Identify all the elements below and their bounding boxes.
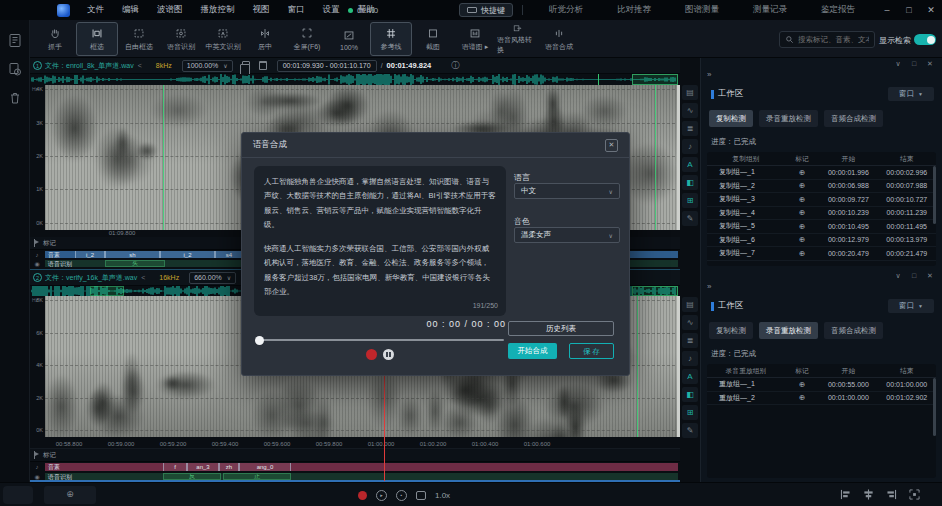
phoneme-segment[interactable]: s4 [215,251,243,258]
folder-icon[interactable] [259,61,267,70]
tts-text-area[interactable]: 人工智能独角兽企业快商通，掌握自然语言处理、知识图谱、语音与声纹、大数据等技术的… [254,166,506,316]
annotate-icon[interactable]: ✎ [682,211,698,226]
tool-cn-en-recognize[interactable]: 中英文识别 [202,22,244,56]
shortcut-key-button[interactable]: 快捷键 [459,3,513,17]
word-segment[interactable]: 反 [163,473,221,480]
menubar-item[interactable]: 编辑 [113,4,148,16]
panel-tab[interactable]: 复制检测 [709,110,753,127]
zoom-select[interactable]: 1000.00%∨ [182,60,233,72]
info-icon[interactable]: ⓘ [451,60,459,71]
mark-icon[interactable]: ⊕ [785,181,819,190]
spectrum-view-icon[interactable]: ▤ [682,85,698,100]
table-scrollbar[interactable] [933,378,936,436]
table-scrollbar[interactable] [933,166,936,224]
phoneme-segment[interactable]: f [163,463,187,471]
collapse-caret[interactable]: < [141,274,145,281]
voice-select[interactable]: 温柔女声∨ [514,227,620,243]
table-row[interactable]: 复制组—_2⊕00:00:06.98800:00:07.988 [707,180,936,194]
annotate-icon[interactable]: ✎ [682,423,698,438]
menubar-item[interactable]: 波谱图 [148,4,192,16]
tool-zoom-100[interactable]: 100% [328,22,370,56]
stop-button[interactable]: ▪ [396,490,407,501]
menubar-item[interactable]: 窗口 [279,4,314,16]
waveform-view-icon[interactable]: ∿ [682,103,698,118]
phoneme-view-icon[interactable]: ♪ [682,351,698,366]
phoneme-segment[interactable]: zh [219,463,239,471]
waveform-view-icon[interactable]: ∿ [682,315,698,330]
phoneme-lane[interactable]: ♪ 音素fan_3zhang_0 [30,462,680,472]
mark-icon[interactable]: ⊕ [785,222,819,231]
split-view-icon[interactable]: ◧ [682,387,698,402]
grid-view-icon[interactable]: ⊞ [682,405,698,420]
menubar-item[interactable]: 设置 [314,4,349,16]
start-synthesis-button[interactable]: 开始合成 [508,343,557,359]
table-row[interactable]: 复制组—_5⊕00:00:10.49500:00:11.495 [707,220,936,234]
waveform-selection[interactable] [632,74,678,85]
panel-tab[interactable]: 录音重放检测 [759,110,818,127]
panel-collapse-icon[interactable]: » [707,282,711,291]
align-center-icon[interactable] [863,489,874,500]
table-row[interactable]: 重放组—_1⊕00:00:55.00000:01:00.000 [707,378,936,392]
waveform-selection[interactable] [90,286,124,296]
collapse-caret[interactable]: < [138,62,142,69]
panel-minimize-icon[interactable]: ∨ [890,270,906,282]
phoneme-segment[interactable]: sh [105,251,160,258]
spectrum-view-icon[interactable]: ▤ [682,297,698,312]
window-dropdown-button[interactable]: 窗口▼ [888,299,934,313]
phoneme-segment[interactable]: ang_0 [239,463,291,471]
analysis-menu-item[interactable]: 测量记录 [736,4,804,16]
list-view-icon[interactable]: ≣ [682,121,698,136]
mark-icon[interactable]: ⊕ [785,249,819,258]
record-button[interactable] [358,491,367,500]
loop-button[interactable] [416,491,426,500]
table-row[interactable]: 复制组—_6⊕00:00:12.97900:00:13.979 [707,234,936,248]
align-right-icon[interactable] [886,489,897,500]
close-button[interactable]: ✕ [920,0,942,20]
split-view-icon[interactable]: ◧ [682,175,698,190]
record-dot-icon[interactable] [366,349,377,360]
tool-hand[interactable]: 抓手 [34,22,76,56]
analysis-menu-item[interactable]: 比对推荐 [600,4,668,16]
panel-maximize-icon[interactable]: □ [906,58,922,70]
align-left-icon[interactable] [840,489,851,500]
panel-tab[interactable]: 音频合成检测 [824,322,883,339]
panel-maximize-icon[interactable]: □ [906,270,922,282]
document-report-icon[interactable] [7,32,23,48]
app-logo-icon[interactable] [57,4,70,17]
table-row[interactable]: 复制组—_7⊕00:00:20.47900:00:21.479 [707,247,936,261]
tool-speech-recognize[interactable]: 语音识别 [160,22,202,56]
mark-icon[interactable]: ⊕ [785,235,819,244]
table-row[interactable]: 复制组—_1⊕00:00:01.99600:00:02.996 [707,166,936,180]
menubar-item[interactable]: 播放控制 [192,4,244,16]
panel-collapse-icon[interactable]: » [707,70,711,79]
mark-icon[interactable]: ⊕ [785,195,819,204]
word-segment[interactable]: 买 [105,260,165,267]
pause-button[interactable] [383,349,394,360]
fit-selection-icon[interactable] [909,489,920,500]
file-history-icon[interactable] [7,61,23,77]
panel-tab[interactable]: 音频合成检测 [824,110,883,127]
waveform-selection[interactable] [632,286,678,296]
table-row[interactable]: 复制组—_3⊕00:00:09.72700:00:10.727 [707,193,936,207]
analysis-menu-item[interactable]: 听觉分析 [532,4,600,16]
dialog-close-button[interactable]: ✕ [605,139,618,152]
trash-icon[interactable] [7,90,23,106]
analysis-menu-item[interactable]: 图谱测量 [668,4,736,16]
text-view-icon[interactable]: A [682,157,698,172]
tool-spectrogram[interactable]: 语谱图 ▸ [454,22,496,56]
play-button[interactable]: ▸ [376,490,387,501]
analysis-menu-item[interactable]: 鉴定报告 [804,4,872,16]
mark-icon[interactable]: ⊕ [785,168,819,177]
playback-speed[interactable]: 1.0x [435,491,450,500]
slider-knob[interactable] [255,336,264,345]
playback-slider[interactable] [256,339,504,341]
language-select[interactable]: 中文∨ [514,183,620,199]
grid-view-icon[interactable]: ⊞ [682,193,698,208]
show-search-toggle[interactable] [914,34,936,45]
tool-fullscreen[interactable]: 全屏(F6) [286,22,328,56]
phoneme-segment[interactable]: an_3 [187,463,219,471]
minimize-button[interactable]: – [876,0,898,20]
text-view-icon[interactable]: A [682,369,698,384]
list-view-icon[interactable]: ≣ [682,333,698,348]
table-row[interactable]: 重放组—_2⊕00:01:00.00000:01:02.902 [707,392,936,406]
